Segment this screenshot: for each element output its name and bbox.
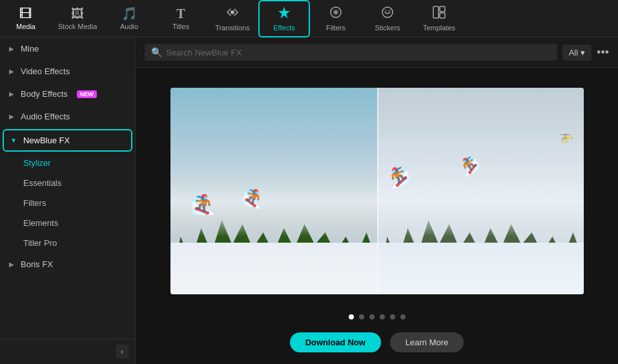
sidebar-subitem-titler-pro[interactable]: Titler Pro bbox=[0, 233, 135, 253]
pagination-dot-6[interactable] bbox=[400, 314, 406, 319]
sidebar-collapse-button[interactable]: ‹ bbox=[116, 345, 129, 359]
chevron-boris-fx-icon: ▶ bbox=[9, 261, 14, 268]
effects-label: Effects bbox=[273, 24, 294, 32]
toolbar-item-effects[interactable]: Effects bbox=[258, 0, 310, 37]
preview-divider bbox=[377, 88, 378, 294]
titles-icon: T bbox=[176, 7, 185, 20]
elements-label: Elements bbox=[23, 218, 58, 228]
transitions-icon bbox=[225, 5, 240, 21]
toolbar-item-transitions[interactable]: Transitions bbox=[207, 0, 258, 37]
stylizer-label: Stylizer bbox=[23, 158, 51, 168]
snowboarder-1: 🏂 bbox=[191, 193, 215, 216]
download-now-button[interactable]: Download Now bbox=[290, 332, 381, 352]
sidebar-item-audio-effects-label: Audio Effects bbox=[21, 112, 70, 121]
sidebar-item-body-effects-label: Body Effects bbox=[21, 89, 68, 99]
snow-ground-left bbox=[170, 243, 377, 294]
search-icon: 🔍 bbox=[151, 47, 162, 57]
toolbar-item-stickers[interactable]: Stickers bbox=[362, 0, 413, 37]
search-input[interactable] bbox=[166, 48, 551, 57]
filter-label: All bbox=[569, 48, 578, 57]
preview-right-panel: 🏂 🏂 🚁 bbox=[377, 88, 584, 294]
toolbar-item-filters[interactable]: Filters bbox=[310, 0, 362, 37]
svg-rect-9 bbox=[440, 6, 445, 12]
pagination-dot-3[interactable] bbox=[369, 314, 375, 319]
filters-label: Filters bbox=[326, 24, 345, 32]
sidebar-item-video-effects[interactable]: ▶ Video Effects bbox=[0, 60, 135, 83]
toolbar-item-audio[interactable]: 🎵 Audio bbox=[103, 0, 155, 37]
sidebar-item-boris-fx-label: Boris FX bbox=[21, 259, 53, 269]
filters-label: Filters bbox=[23, 198, 46, 208]
chevron-newblue-fx-icon: ▼ bbox=[10, 137, 17, 144]
sidebar-subitem-stylizer[interactable]: Stylizer bbox=[0, 153, 135, 173]
search-bar: 🔍 All ▾ ••• bbox=[136, 37, 618, 68]
main-area: ▶ Mine ▶ Video Effects ▶ Body Effects NE… bbox=[0, 37, 618, 364]
pagination-dot-1[interactable] bbox=[349, 314, 354, 319]
stickers-label: Stickers bbox=[375, 24, 400, 32]
toolbar-item-titles[interactable]: T Titles bbox=[155, 0, 207, 37]
learn-more-button[interactable]: Learn More bbox=[390, 332, 464, 352]
stickers-icon bbox=[380, 5, 395, 21]
search-input-wrap: 🔍 bbox=[145, 44, 557, 61]
svg-marker-1 bbox=[278, 6, 290, 19]
titles-label: Titles bbox=[172, 23, 189, 30]
effects-icon bbox=[277, 5, 291, 21]
sidebar-subitem-essentials[interactable]: Essentials bbox=[0, 173, 135, 193]
preview-left-panel: 🏂 🏂 bbox=[170, 88, 377, 294]
pagination-dot-4[interactable] bbox=[380, 314, 385, 319]
toolbar-item-templates[interactable]: Templates bbox=[413, 0, 465, 37]
more-options-button[interactable]: ••• bbox=[597, 46, 609, 59]
chevron-body-effects-icon: ▶ bbox=[9, 90, 14, 97]
filters-icon bbox=[329, 5, 343, 21]
pagination-dots bbox=[136, 308, 618, 326]
sidebar-item-newblue-fx-label: NewBlue FX bbox=[23, 136, 70, 145]
filter-dropdown[interactable]: All ▾ bbox=[562, 45, 592, 61]
pagination-dot-5[interactable] bbox=[390, 314, 395, 319]
sidebar: ▶ Mine ▶ Video Effects ▶ Body Effects NE… bbox=[0, 37, 136, 364]
preview-image: 🏂 🏂 🏂 🏂 🚁 bbox=[170, 88, 584, 294]
svg-rect-10 bbox=[440, 13, 445, 18]
svg-point-6 bbox=[386, 10, 387, 12]
preview-area: 🏂 🏂 🏂 🏂 🚁 bbox=[136, 68, 618, 308]
audio-icon: 🎵 bbox=[121, 7, 138, 20]
transitions-label: Transitions bbox=[215, 24, 249, 32]
essentials-label: Essentials bbox=[23, 178, 61, 188]
templates-label: Templates bbox=[423, 24, 455, 32]
bottom-actions: Download Now Learn More bbox=[136, 326, 618, 364]
body-effects-new-badge: NEW bbox=[77, 90, 97, 98]
sidebar-subitem-elements[interactable]: Elements bbox=[0, 213, 135, 233]
media-label: Media bbox=[16, 23, 36, 30]
sidebar-item-body-effects[interactable]: ▶ Body Effects NEW bbox=[0, 83, 135, 105]
chevron-audio-effects-icon: ▶ bbox=[9, 113, 14, 120]
sidebar-item-mine[interactable]: ▶ Mine bbox=[0, 37, 135, 60]
svg-point-0 bbox=[231, 10, 234, 14]
toolbar-item-stock-media[interactable]: 🖼 Stock Media bbox=[52, 0, 103, 37]
snow-ground-right bbox=[377, 243, 584, 294]
audio-label: Audio bbox=[120, 23, 138, 30]
sidebar-item-video-effects-label: Video Effects bbox=[21, 66, 70, 76]
preview-inner: 🏂 🏂 🏂 🏂 🚁 bbox=[170, 88, 584, 294]
vehicle-icon: 🚁 bbox=[559, 129, 573, 143]
sidebar-item-boris-fx[interactable]: ▶ Boris FX bbox=[0, 253, 135, 276]
svg-rect-8 bbox=[433, 6, 438, 18]
sidebar-collapse-section: ‹ bbox=[0, 339, 135, 364]
sidebar-item-mine-label: Mine bbox=[21, 44, 39, 54]
stock-media-label: Stock Media bbox=[58, 23, 98, 30]
sidebar-item-newblue-fx[interactable]: ▼ NewBlue FX bbox=[3, 129, 132, 152]
templates-icon bbox=[432, 5, 446, 21]
media-icon: 🎞 bbox=[19, 7, 32, 20]
svg-point-7 bbox=[389, 10, 390, 12]
chevron-mine-icon: ▶ bbox=[9, 45, 14, 52]
chevron-down-icon: ▾ bbox=[581, 48, 585, 57]
svg-point-5 bbox=[382, 7, 393, 17]
chevron-video-effects-icon: ▶ bbox=[9, 68, 14, 75]
sidebar-subitem-filters[interactable]: Filters bbox=[0, 193, 135, 213]
titler-pro-label: Titler Pro bbox=[23, 238, 57, 248]
toolbar: 🎞 Media 🖼 Stock Media 🎵 Audio T Titles T… bbox=[0, 0, 618, 37]
content-area: 🔍 All ▾ ••• 🏂 🏂 bbox=[136, 37, 618, 364]
toolbar-item-media[interactable]: 🎞 Media bbox=[0, 0, 52, 37]
sidebar-item-audio-effects[interactable]: ▶ Audio Effects bbox=[0, 105, 135, 128]
pagination-dot-2[interactable] bbox=[359, 314, 364, 319]
svg-point-4 bbox=[335, 12, 337, 14]
stock-media-icon: 🖼 bbox=[71, 7, 84, 20]
